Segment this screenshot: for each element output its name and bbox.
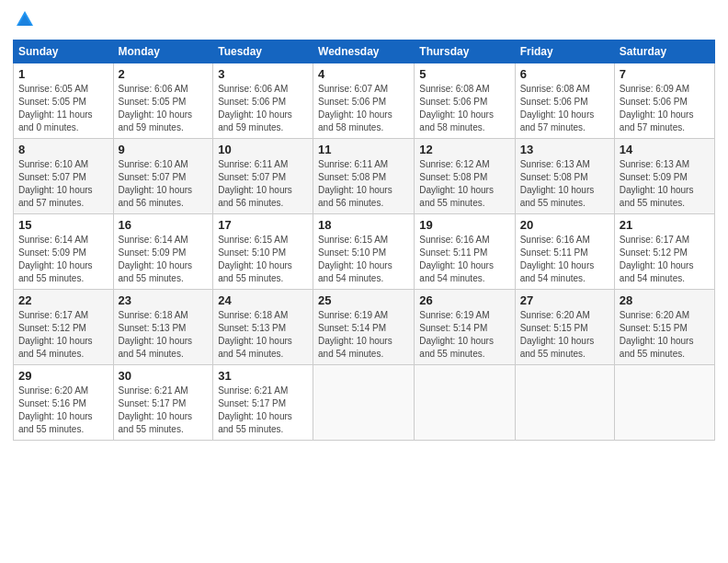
- day-number: 24: [218, 293, 308, 307]
- day-info: Sunrise: 6:17 AM Sunset: 5:12 PM Dayligh…: [620, 234, 710, 285]
- calendar-cell: 12Sunrise: 6:12 AM Sunset: 5:08 PM Dayli…: [415, 139, 515, 214]
- calendar-cell: 19Sunrise: 6:16 AM Sunset: 5:11 PM Dayli…: [415, 214, 515, 290]
- weekday-header-monday: Monday: [113, 40, 213, 63]
- day-number: 13: [520, 143, 609, 156]
- calendar-cell: 4Sunrise: 6:07 AM Sunset: 5:06 PM Daylig…: [313, 63, 415, 139]
- weekday-header-friday: Friday: [515, 40, 614, 63]
- header: [13, 9, 715, 34]
- day-number: 19: [419, 218, 509, 232]
- day-number: 2: [119, 67, 209, 81]
- day-number: 14: [620, 143, 710, 156]
- day-info: Sunrise: 6:15 AM Sunset: 5:10 PM Dayligh…: [218, 234, 308, 285]
- calendar-cell: [515, 365, 614, 441]
- calendar-cell: 22Sunrise: 6:17 AM Sunset: 5:12 PM Dayli…: [14, 290, 114, 365]
- calendar-cell: [415, 365, 515, 441]
- calendar-cell: 9Sunrise: 6:10 AM Sunset: 5:07 PM Daylig…: [113, 139, 213, 214]
- day-number: 28: [620, 293, 710, 307]
- calendar-cell: 20Sunrise: 6:16 AM Sunset: 5:11 PM Dayli…: [515, 214, 614, 290]
- day-info: Sunrise: 6:15 AM Sunset: 5:10 PM Dayligh…: [318, 234, 409, 285]
- day-info: Sunrise: 6:14 AM Sunset: 5:09 PM Dayligh…: [119, 234, 209, 285]
- day-info: Sunrise: 6:09 AM Sunset: 5:06 PM Dayligh…: [620, 83, 710, 134]
- day-number: 29: [18, 369, 108, 383]
- day-number: 21: [620, 218, 710, 232]
- weekday-header-tuesday: Tuesday: [213, 40, 313, 63]
- calendar-cell: 28Sunrise: 6:20 AM Sunset: 5:15 PM Dayli…: [614, 290, 714, 365]
- day-number: 26: [419, 293, 509, 307]
- calendar-cell: 15Sunrise: 6:14 AM Sunset: 5:09 PM Dayli…: [14, 214, 114, 290]
- day-number: 31: [218, 369, 308, 383]
- calendar-cell: 5Sunrise: 6:08 AM Sunset: 5:06 PM Daylig…: [415, 63, 515, 139]
- day-info: Sunrise: 6:06 AM Sunset: 5:05 PM Dayligh…: [119, 83, 209, 134]
- day-info: Sunrise: 6:21 AM Sunset: 5:17 PM Dayligh…: [218, 385, 308, 436]
- day-number: 17: [218, 218, 308, 232]
- calendar-cell: 10Sunrise: 6:11 AM Sunset: 5:07 PM Dayli…: [213, 139, 313, 214]
- day-number: 22: [18, 293, 108, 307]
- logo-text: [13, 9, 35, 34]
- day-number: 3: [218, 67, 308, 81]
- logo: [13, 9, 35, 34]
- day-number: 15: [18, 218, 108, 232]
- day-number: 8: [18, 143, 108, 156]
- calendar-week-row: 1Sunrise: 6:05 AM Sunset: 5:05 PM Daylig…: [14, 63, 715, 139]
- day-number: 16: [119, 218, 209, 232]
- day-info: Sunrise: 6:20 AM Sunset: 5:16 PM Dayligh…: [18, 385, 108, 436]
- calendar-cell: 21Sunrise: 6:17 AM Sunset: 5:12 PM Dayli…: [614, 214, 714, 290]
- weekday-header-sunday: Sunday: [14, 40, 114, 63]
- calendar-week-row: 15Sunrise: 6:14 AM Sunset: 5:09 PM Dayli…: [14, 214, 715, 290]
- day-info: Sunrise: 6:10 AM Sunset: 5:07 PM Dayligh…: [18, 158, 108, 210]
- calendar-cell: 25Sunrise: 6:19 AM Sunset: 5:14 PM Dayli…: [313, 290, 415, 365]
- day-info: Sunrise: 6:17 AM Sunset: 5:12 PM Dayligh…: [18, 309, 108, 361]
- day-number: 6: [520, 67, 609, 81]
- day-number: 7: [620, 67, 710, 81]
- day-info: Sunrise: 6:11 AM Sunset: 5:07 PM Dayligh…: [218, 158, 308, 210]
- day-number: 27: [520, 293, 609, 307]
- day-info: Sunrise: 6:11 AM Sunset: 5:08 PM Dayligh…: [318, 158, 409, 210]
- calendar-cell: 30Sunrise: 6:21 AM Sunset: 5:17 PM Dayli…: [113, 365, 213, 441]
- day-info: Sunrise: 6:07 AM Sunset: 5:06 PM Dayligh…: [318, 83, 409, 134]
- weekday-header-wednesday: Wednesday: [313, 40, 415, 63]
- calendar-cell: 17Sunrise: 6:15 AM Sunset: 5:10 PM Dayli…: [213, 214, 313, 290]
- calendar-cell: 13Sunrise: 6:13 AM Sunset: 5:08 PM Dayli…: [515, 139, 614, 214]
- day-info: Sunrise: 6:19 AM Sunset: 5:14 PM Dayligh…: [419, 309, 509, 361]
- calendar-week-row: 22Sunrise: 6:17 AM Sunset: 5:12 PM Dayli…: [14, 290, 715, 365]
- day-number: 25: [318, 293, 409, 307]
- calendar-cell: 3Sunrise: 6:06 AM Sunset: 5:06 PM Daylig…: [213, 63, 313, 139]
- weekday-header-saturday: Saturday: [614, 40, 714, 63]
- calendar-cell: 8Sunrise: 6:10 AM Sunset: 5:07 PM Daylig…: [14, 139, 114, 214]
- day-number: 5: [419, 67, 509, 81]
- day-info: Sunrise: 6:16 AM Sunset: 5:11 PM Dayligh…: [520, 234, 609, 285]
- day-info: Sunrise: 6:14 AM Sunset: 5:09 PM Dayligh…: [18, 234, 108, 285]
- calendar-cell: 14Sunrise: 6:13 AM Sunset: 5:09 PM Dayli…: [614, 139, 714, 214]
- calendar-cell: 1Sunrise: 6:05 AM Sunset: 5:05 PM Daylig…: [14, 63, 114, 139]
- day-number: 20: [520, 218, 609, 232]
- day-info: Sunrise: 6:16 AM Sunset: 5:11 PM Dayligh…: [419, 234, 509, 285]
- day-info: Sunrise: 6:08 AM Sunset: 5:06 PM Dayligh…: [520, 83, 609, 134]
- day-number: 12: [419, 143, 509, 156]
- day-info: Sunrise: 6:21 AM Sunset: 5:17 PM Dayligh…: [119, 385, 209, 436]
- calendar-cell: 7Sunrise: 6:09 AM Sunset: 5:06 PM Daylig…: [614, 63, 714, 139]
- main-container: SundayMondayTuesdayWednesdayThursdayFrid…: [0, 0, 728, 450]
- calendar-cell: 18Sunrise: 6:15 AM Sunset: 5:10 PM Dayli…: [313, 214, 415, 290]
- day-info: Sunrise: 6:19 AM Sunset: 5:14 PM Dayligh…: [318, 309, 409, 361]
- day-info: Sunrise: 6:12 AM Sunset: 5:08 PM Dayligh…: [419, 158, 509, 210]
- calendar-cell: 24Sunrise: 6:18 AM Sunset: 5:13 PM Dayli…: [213, 290, 313, 365]
- weekday-header-thursday: Thursday: [415, 40, 515, 63]
- logo-icon: [15, 9, 35, 29]
- calendar-cell: 6Sunrise: 6:08 AM Sunset: 5:06 PM Daylig…: [515, 63, 614, 139]
- day-number: 30: [119, 369, 209, 383]
- calendar-cell: 23Sunrise: 6:18 AM Sunset: 5:13 PM Dayli…: [113, 290, 213, 365]
- day-info: Sunrise: 6:13 AM Sunset: 5:09 PM Dayligh…: [620, 158, 710, 210]
- calendar-week-row: 29Sunrise: 6:20 AM Sunset: 5:16 PM Dayli…: [14, 365, 715, 441]
- day-info: Sunrise: 6:18 AM Sunset: 5:13 PM Dayligh…: [119, 309, 209, 361]
- day-number: 18: [318, 218, 409, 232]
- calendar-cell: 11Sunrise: 6:11 AM Sunset: 5:08 PM Dayli…: [313, 139, 415, 214]
- day-info: Sunrise: 6:08 AM Sunset: 5:06 PM Dayligh…: [419, 83, 509, 134]
- day-info: Sunrise: 6:20 AM Sunset: 5:15 PM Dayligh…: [520, 309, 609, 361]
- day-info: Sunrise: 6:13 AM Sunset: 5:08 PM Dayligh…: [520, 158, 609, 210]
- calendar-cell: 31Sunrise: 6:21 AM Sunset: 5:17 PM Dayli…: [213, 365, 313, 441]
- calendar-table: SundayMondayTuesdayWednesdayThursdayFrid…: [13, 40, 715, 441]
- day-info: Sunrise: 6:05 AM Sunset: 5:05 PM Dayligh…: [18, 83, 108, 134]
- day-info: Sunrise: 6:18 AM Sunset: 5:13 PM Dayligh…: [218, 309, 308, 361]
- day-number: 1: [18, 67, 108, 81]
- day-info: Sunrise: 6:06 AM Sunset: 5:06 PM Dayligh…: [218, 83, 308, 134]
